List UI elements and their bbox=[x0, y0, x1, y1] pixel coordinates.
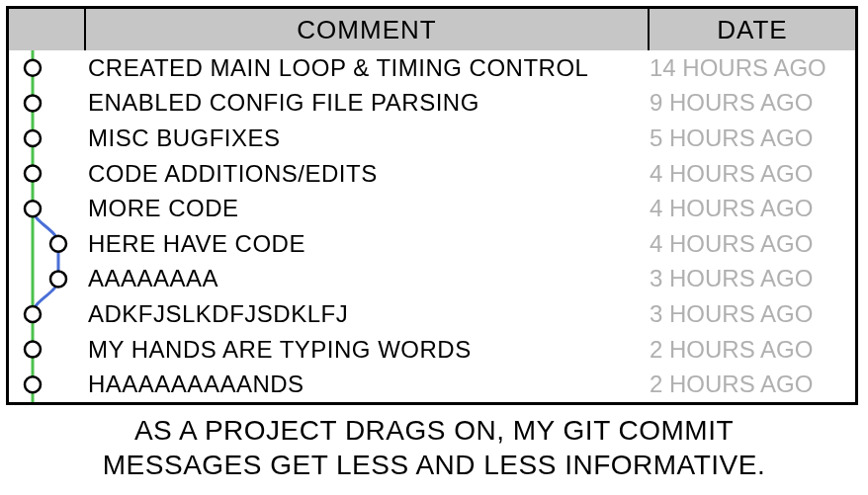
table-row: MISC BUGFIXES5 HOURS AGO bbox=[86, 121, 855, 156]
table-row: CODE ADDITIONS/EDITS4 HOURS AGO bbox=[86, 156, 855, 192]
commit-log-panel: COMMENT DATE CREATED MAIN LOOP & TIMING … bbox=[6, 6, 858, 405]
commit-node-icon bbox=[25, 201, 41, 216]
commit-node-icon bbox=[25, 60, 41, 76]
table-row: MORE CODE4 HOURS AGO bbox=[86, 191, 855, 226]
commit-message: HERE HAVE CODE bbox=[86, 230, 646, 258]
commit-node-icon bbox=[25, 130, 41, 146]
commit-message: ADKFJSLKDFJSDKLFJ bbox=[86, 300, 646, 328]
commit-message: AAAAAAAA bbox=[86, 265, 646, 292]
commit-date: 2 HOURS AGO bbox=[646, 336, 855, 364]
commit-date: 9 HOURS AGO bbox=[646, 89, 855, 117]
commit-node-icon bbox=[50, 236, 66, 252]
commit-node-icon bbox=[25, 342, 41, 358]
commit-node-icon bbox=[25, 306, 41, 322]
commit-node-icon bbox=[50, 271, 66, 287]
commit-date: 14 HOURS AGO bbox=[646, 54, 855, 82]
commit-message: MORE CODE bbox=[86, 195, 646, 222]
table-row: AAAAAAAA3 HOURS AGO bbox=[86, 262, 855, 297]
commit-date: 4 HOURS AGO bbox=[646, 195, 855, 222]
table-row: CREATED MAIN LOOP & TIMING CONTROL14 HOU… bbox=[86, 50, 855, 86]
table-row: HERE HAVE CODE4 HOURS AGO bbox=[86, 226, 855, 262]
commit-node-icon bbox=[25, 166, 41, 182]
commit-message: CREATED MAIN LOOP & TIMING CONTROL bbox=[86, 54, 646, 82]
caption-line-1: AS A PROJECT DRAGS ON, MY GIT COMMIT bbox=[0, 413, 868, 448]
commit-message: MY HANDS ARE TYPING WORDS bbox=[86, 336, 646, 364]
commit-date: 4 HOURS AGO bbox=[646, 160, 855, 188]
commit-date: 2 HOURS AGO bbox=[646, 371, 855, 398]
caption-line-2: MESSAGES GET LESS AND LESS INFORMATIVE. bbox=[0, 448, 868, 482]
commit-message: HAAAAAAAAANDS bbox=[86, 371, 646, 398]
table-row: HAAAAAAAAANDS2 HOURS AGO bbox=[86, 367, 855, 402]
header-comment: COMMENT bbox=[86, 9, 650, 50]
table-row: MY HANDS ARE TYPING WORDS2 HOURS AGO bbox=[86, 332, 855, 368]
commit-date: 5 HOURS AGO bbox=[646, 124, 855, 152]
commit-message: MISC BUGFIXES bbox=[86, 124, 646, 152]
commit-message: CODE ADDITIONS/EDITS bbox=[86, 160, 646, 188]
commit-node-icon bbox=[25, 95, 41, 111]
commit-date: 3 HOURS AGO bbox=[646, 300, 855, 328]
header-date: DATE bbox=[650, 9, 855, 50]
caption: AS A PROJECT DRAGS ON, MY GIT COMMIT MES… bbox=[0, 413, 868, 482]
commit-graph bbox=[9, 50, 86, 402]
table-row: ENABLED CONFIG FILE PARSING9 HOURS AGO bbox=[86, 86, 855, 122]
commit-date: 4 HOURS AGO bbox=[646, 230, 855, 258]
commit-message: ENABLED CONFIG FILE PARSING bbox=[86, 89, 646, 117]
table-header: COMMENT DATE bbox=[9, 9, 855, 50]
commit-node-icon bbox=[25, 376, 41, 392]
header-graph bbox=[9, 9, 86, 50]
table-row: ADKFJSLKDFJSDKLFJ3 HOURS AGO bbox=[86, 296, 855, 332]
commit-date: 3 HOURS AGO bbox=[646, 265, 855, 292]
table-body: CREATED MAIN LOOP & TIMING CONTROL14 HOU… bbox=[9, 50, 855, 402]
